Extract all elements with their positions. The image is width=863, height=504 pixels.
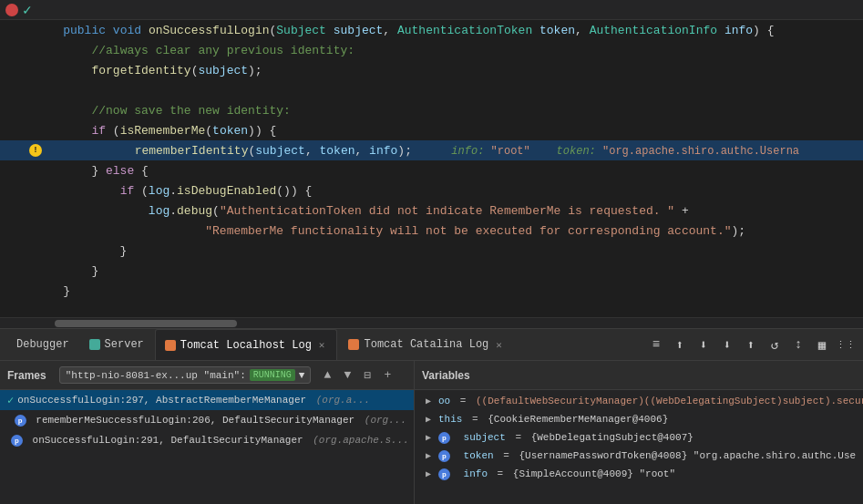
frame-text: rememberMeSuccessfulLogin:206, DefaultSe… <box>30 415 354 426</box>
var-equals: = <box>491 468 509 479</box>
frame-text: onSuccessfulLogin:291, DefaultSecurityMa… <box>26 435 303 446</box>
var-value: {CookieRememberMeManager@4006} <box>488 414 668 425</box>
tab-debugger[interactable]: Debugger <box>7 329 78 360</box>
var-value: {WebDelegatingSubject@4007} <box>531 432 693 443</box>
frame-item[interactable]: p rememberMeSuccessfulLogin:206, Default… <box>0 410 414 430</box>
frame-controls: ▲ ▼ ⊟ + <box>318 366 396 385</box>
tab-tomcat-catalina-label: Tomcat Catalina Log <box>364 338 488 351</box>
var-protected-icon: p <box>438 432 450 444</box>
var-name-info: info <box>464 468 488 479</box>
var-value-info: {SimpleAccount@4009} "root" <box>513 468 675 479</box>
tomcat-localhost-icon <box>165 340 176 351</box>
server-tab-icon <box>89 339 100 350</box>
code-line: } else { <box>0 160 863 180</box>
code-line: log.debug("AuthenticationToken did not i… <box>0 201 863 221</box>
code-line: } <box>0 261 863 281</box>
thread-label: "http-nio-8081-ex...up "main": <box>66 370 246 381</box>
frame-location: (org... <box>358 415 406 426</box>
code-line: //now save the new identity: <box>0 100 863 120</box>
debug-code-line: ! rememberIdentity(subject, token, info)… <box>0 140 863 160</box>
var-name: subject <box>464 432 506 443</box>
tab-tomcat-localhost[interactable]: Tomcat Localhost Log ✕ <box>155 329 338 360</box>
frame-text: onSuccessfulLogin:297, AbstractRememberM… <box>17 395 306 406</box>
var-equals: = <box>509 432 528 443</box>
toolbar-expand-btn[interactable]: ↕ <box>788 334 808 355</box>
code-line: public void onSuccessfulLogin(Subject su… <box>0 20 863 40</box>
var-item[interactable]: ▶ oo = ((DefaultWebSecurityManager)((Web… <box>415 392 863 410</box>
panel-content: Frames "http-nio-8081-ex...up "main": RU… <box>0 361 863 504</box>
var-protected-icon: p <box>438 468 450 480</box>
running-badge: RUNNING <box>250 369 295 381</box>
var-expand-icon: ▶ <box>426 432 435 443</box>
tab-server[interactable]: Server <box>80 329 153 360</box>
warning-icon: ! <box>29 144 42 157</box>
frame-protected-icon: p <box>15 415 26 427</box>
thread-dropdown-icon: ▼ <box>299 370 305 381</box>
frame-protected-icon: p <box>11 435 23 447</box>
frames-panel: Frames "http-nio-8081-ex...up "main": RU… <box>0 361 415 504</box>
panel-tabs: Debugger Server Tomcat Localhost Log ✕ T… <box>0 329 863 361</box>
tab-server-label: Server <box>105 338 144 351</box>
tab-debugger-label: Debugger <box>16 338 69 351</box>
code-line: if (isRememberMe(token)) { <box>0 120 863 140</box>
var-name: token <box>464 450 494 461</box>
toolbar-down-btn[interactable]: ⬇ <box>693 334 714 355</box>
frame-down-btn[interactable]: ▼ <box>338 366 356 385</box>
code-line: } <box>0 281 863 301</box>
var-item[interactable]: ▶ p token = {UsernamePasswordToken@4008}… <box>415 447 863 465</box>
var-protected-icon: p <box>438 450 450 462</box>
var-equals: = <box>498 450 516 461</box>
var-item[interactable]: ▶ p subject = {WebDelegatingSubject@4007… <box>415 428 863 447</box>
frame-add-btn[interactable]: + <box>378 366 396 385</box>
frame-location: (org.apache.s... <box>307 435 409 446</box>
var-value: ((DefaultWebSecurityManager)((WebDelegat… <box>476 396 863 406</box>
panel-toolbar: ≡ ⬆ ⬇ ⬇ ⬆ ↺ ↕ ▦ ⋮⋮ <box>646 334 856 355</box>
toolbar-menu-btn[interactable]: ≡ <box>646 334 666 355</box>
breakpoint-icon[interactable] <box>5 4 18 16</box>
var-item[interactable]: ▶ this = {CookieRememberMeManager@4006} <box>415 410 863 428</box>
frame-location: (org.a... <box>310 395 370 406</box>
toolbar-up2-btn[interactable]: ⬆ <box>741 334 761 355</box>
frame-check-icon: ✓ <box>7 394 14 407</box>
frame-item[interactable]: p onSuccessfulLogin:291, DefaultSecurity… <box>0 430 414 450</box>
var-name: oo <box>438 396 450 406</box>
toolbar-more-btn[interactable]: ⋮⋮ <box>836 334 856 355</box>
toolbar-refresh-btn[interactable]: ↺ <box>765 334 785 355</box>
frame-filter-btn[interactable]: ⊟ <box>358 366 376 385</box>
horizontal-scrollbar[interactable] <box>0 317 863 328</box>
tab-tomcat-catalina-close[interactable]: ✕ <box>493 338 505 352</box>
frame-up-btn[interactable]: ▲ <box>318 366 336 385</box>
tab-tomcat-localhost-close[interactable]: ✕ <box>316 338 328 352</box>
var-item-info[interactable]: ▶ p info = {SimpleAccount@4009} "root" <box>415 465 863 483</box>
frames-title: Frames <box>7 369 46 382</box>
scrollbar-thumb[interactable] <box>55 320 237 327</box>
frame-item[interactable]: ✓ onSuccessfulLogin:297, AbstractRemembe… <box>0 390 414 410</box>
var-expand-icon: ▶ <box>426 468 435 479</box>
tomcat-catalina-icon <box>348 339 359 350</box>
toolbar-grid-btn[interactable]: ▦ <box>812 334 832 355</box>
variables-list: ▶ oo = ((DefaultWebSecurityManager)((Web… <box>415 390 863 504</box>
code-line: forgetIdentity(subject); <box>0 60 863 80</box>
var-value: {UsernamePasswordToken@4008} "org.apache… <box>519 450 856 461</box>
toolbar-up-btn[interactable]: ⬆ <box>670 334 690 355</box>
toolbar-down2-btn[interactable]: ⬇ <box>717 334 737 355</box>
code-line: } <box>0 241 863 261</box>
tab-tomcat-catalina[interactable]: Tomcat Catalina Log ✕ <box>339 329 513 360</box>
thread-selector[interactable]: "http-nio-8081-ex...up "main": RUNNING ▼ <box>59 366 312 384</box>
var-equals: = <box>454 396 472 406</box>
variables-header: Variables <box>415 361 863 390</box>
code-line: "RememberMe functionality will not be ex… <box>0 221 863 241</box>
frames-header: Frames "http-nio-8081-ex...up "main": RU… <box>0 361 414 390</box>
bottom-panel: Debugger Server Tomcat Localhost Log ✕ T… <box>0 328 863 504</box>
editor-area: ✓ public void onSuccessfulLogin(Subject … <box>0 0 863 328</box>
code-line: //always clear any previous identity: <box>0 40 863 60</box>
var-expand-icon: ▶ <box>426 414 435 425</box>
check-icon[interactable]: ✓ <box>23 1 32 19</box>
variables-title: Variables <box>422 369 470 382</box>
variables-panel: Variables ▶ oo = ((DefaultWebSecurityMan… <box>415 361 863 504</box>
var-expand-icon: ▶ <box>426 450 435 461</box>
var-expand-icon: ▶ <box>426 396 435 406</box>
frames-list: ✓ onSuccessfulLogin:297, AbstractRemembe… <box>0 390 414 504</box>
tab-tomcat-localhost-label: Tomcat Localhost Log <box>180 339 312 352</box>
var-name: this <box>438 414 462 425</box>
